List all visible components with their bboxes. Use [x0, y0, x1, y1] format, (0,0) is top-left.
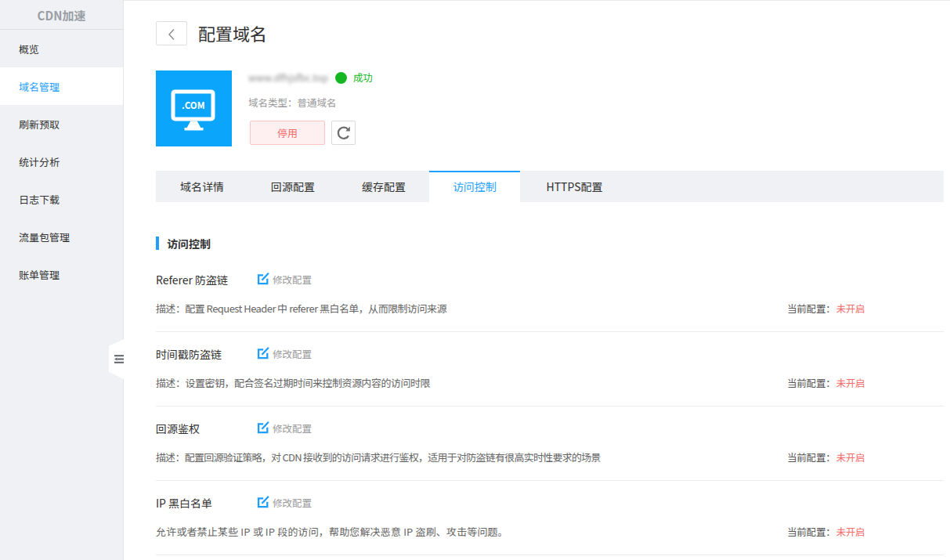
- svg-text:.COM: .COM: [182, 99, 204, 111]
